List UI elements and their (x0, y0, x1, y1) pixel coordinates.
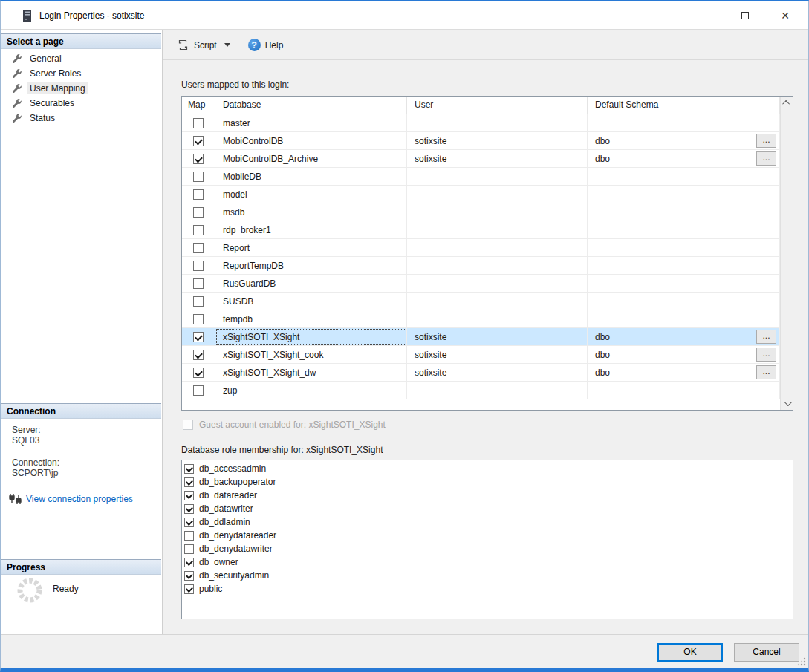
role-checkbox[interactable] (184, 544, 194, 554)
database-cell[interactable]: zup (215, 382, 407, 399)
map-checkbox[interactable] (193, 154, 204, 164)
schema-cell[interactable]: ... (588, 382, 780, 399)
user-cell[interactable]: sotixsite (407, 328, 588, 345)
database-cell[interactable]: model (215, 186, 407, 203)
database-cell[interactable]: Report (215, 239, 407, 256)
scroll-down-button[interactable] (781, 397, 793, 410)
role-checkbox[interactable] (184, 464, 194, 474)
ok-button[interactable]: OK (657, 643, 723, 662)
role-item[interactable]: db_securityadmin (184, 569, 793, 582)
role-checkbox[interactable] (184, 518, 194, 527)
map-checkbox[interactable] (193, 172, 204, 182)
database-cell[interactable]: tempdb (215, 310, 407, 327)
role-checkbox[interactable] (184, 558, 194, 567)
table-row[interactable]: model ... (182, 186, 780, 203)
role-item[interactable]: db_datawriter (184, 502, 793, 515)
table-row[interactable]: RusGuardDB ... (182, 275, 780, 293)
database-cell[interactable]: msdb (215, 203, 407, 221)
schema-cell[interactable]: dbo ... (588, 150, 780, 167)
schema-cell[interactable]: dbo ... (588, 328, 780, 345)
cancel-button[interactable]: Cancel (734, 643, 799, 662)
map-checkbox[interactable] (193, 278, 204, 289)
database-cell[interactable]: rdp_broker1 (215, 221, 407, 238)
schema-browse-button[interactable]: ... (756, 365, 776, 379)
schema-browse-button[interactable]: ... (756, 330, 776, 344)
column-header-default-schema[interactable]: Default Schema (588, 97, 780, 114)
table-row[interactable]: MobiControlDB_Archive sotixsite dbo ... (182, 150, 780, 168)
schema-cell[interactable]: ... (588, 168, 780, 185)
view-connection-properties-link[interactable]: View connection properties (26, 494, 133, 504)
role-checkbox[interactable] (184, 491, 194, 500)
maximize-button[interactable] (728, 1, 762, 30)
sidebar-page-item[interactable]: Securables (1, 96, 162, 111)
schema-cell[interactable]: ... (588, 310, 780, 327)
schema-cell[interactable]: ... (588, 221, 780, 238)
resize-grip[interactable] (796, 656, 807, 667)
user-cell[interactable] (407, 221, 588, 238)
table-row[interactable]: xSightSOTI_XSight_dw sotixsite dbo ... (182, 364, 780, 382)
table-row[interactable]: tempdb ... (182, 310, 780, 328)
column-header-database[interactable]: Database (215, 97, 407, 114)
help-button[interactable]: ? Help (244, 36, 287, 55)
scroll-up-button[interactable] (781, 97, 793, 109)
user-cell[interactable] (407, 114, 588, 131)
table-row[interactable]: MobileDB ... (182, 168, 780, 186)
table-row[interactable]: xSightSOTI_XSight sotixsite dbo ... (182, 328, 780, 346)
table-row[interactable]: ReportTempDB ... (182, 257, 780, 275)
table-row[interactable]: rdp_broker1 ... (182, 221, 780, 239)
role-item[interactable]: db_denydatareader (184, 529, 793, 542)
schema-cell[interactable]: ... (588, 114, 780, 131)
user-cell[interactable]: sotixsite (407, 364, 588, 381)
schema-browse-button[interactable]: ... (756, 134, 776, 148)
sidebar-page-item[interactable]: User Mapping (1, 81, 162, 96)
sidebar-page-item[interactable]: General (1, 51, 162, 66)
table-vertical-scrollbar[interactable] (780, 97, 793, 410)
schema-cell[interactable]: ... (588, 203, 780, 221)
schema-cell[interactable]: dbo ... (588, 132, 780, 149)
role-item[interactable]: db_datareader (184, 489, 793, 502)
map-checkbox[interactable] (193, 118, 204, 128)
database-cell[interactable]: master (215, 114, 407, 131)
map-checkbox[interactable] (193, 332, 204, 342)
user-cell[interactable] (407, 293, 588, 310)
schema-browse-button[interactable]: ... (756, 151, 776, 166)
user-cell[interactable] (407, 186, 588, 203)
role-item[interactable]: db_backupoperator (184, 475, 793, 489)
table-row[interactable]: xSightSOTI_XSight_cook sotixsite dbo ... (182, 346, 780, 364)
role-checkbox[interactable] (184, 531, 194, 541)
database-cell[interactable]: MobileDB (215, 168, 407, 185)
role-item[interactable]: db_owner (184, 555, 793, 569)
map-checkbox[interactable] (193, 207, 204, 218)
table-row[interactable]: SUSDB ... (182, 293, 780, 310)
map-checkbox[interactable] (193, 243, 204, 253)
title-bar[interactable]: Login Properties - sotixsite ✕ (1, 1, 808, 30)
column-header-user[interactable]: User (407, 97, 588, 114)
user-cell[interactable] (407, 310, 588, 327)
role-item[interactable]: public (184, 582, 793, 596)
user-cell[interactable]: sotixsite (407, 346, 588, 363)
user-cell[interactable] (407, 239, 588, 256)
database-cell[interactable]: ReportTempDB (215, 257, 407, 274)
map-checkbox[interactable] (193, 350, 204, 360)
map-checkbox[interactable] (193, 225, 204, 235)
user-cell[interactable] (407, 382, 588, 399)
map-checkbox[interactable] (193, 385, 204, 396)
sidebar-page-item[interactable]: Server Roles (1, 66, 162, 81)
role-item[interactable]: db_denydatawriter (184, 542, 793, 555)
map-checkbox[interactable] (193, 314, 204, 324)
schema-browse-button[interactable]: ... (756, 348, 776, 362)
column-header-map[interactable]: Map (182, 97, 215, 114)
map-checkbox[interactable] (193, 189, 204, 200)
role-checkbox[interactable] (184, 477, 194, 487)
user-cell[interactable] (407, 275, 588, 292)
database-cell[interactable]: RusGuardDB (215, 275, 407, 292)
map-checkbox[interactable] (193, 136, 204, 146)
user-cell[interactable] (407, 203, 588, 221)
role-checkbox[interactable] (184, 584, 194, 594)
close-button[interactable]: ✕ (768, 1, 802, 30)
role-checkbox[interactable] (184, 571, 194, 581)
database-cell[interactable]: xSightSOTI_XSight_dw (215, 364, 407, 381)
schema-cell[interactable]: dbo ... (588, 364, 780, 381)
table-row[interactable]: msdb ... (182, 203, 780, 221)
map-checkbox[interactable] (193, 296, 204, 307)
